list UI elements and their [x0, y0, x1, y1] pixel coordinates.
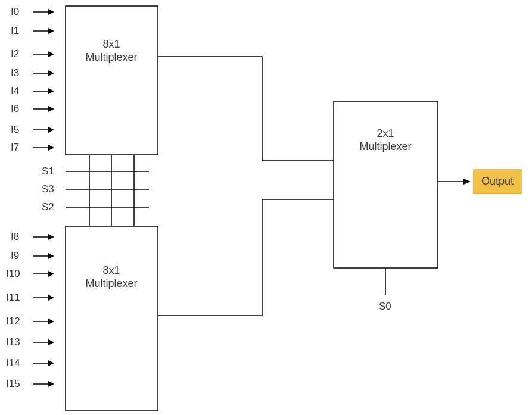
input-label: I2	[11, 48, 19, 60]
arrow-icon	[33, 271, 54, 277]
input-label: I4	[11, 85, 19, 96]
select-label: S2	[42, 201, 54, 213]
input-label: I6	[11, 103, 19, 114]
arrow-icon	[33, 319, 54, 324]
select-label: S1	[42, 166, 54, 177]
arrow-icon	[33, 28, 54, 34]
select-lines-shared: S1 S3 S2	[42, 155, 149, 226]
select-label: S3	[42, 183, 54, 195]
input-label: I13	[6, 336, 20, 348]
mux8-bottom-label-1: 8x1	[102, 264, 120, 276]
output-arrow	[438, 179, 471, 185]
mux2-label-2: Multiplexer	[359, 141, 411, 152]
input-label: I3	[11, 67, 19, 79]
arrow-icon	[33, 295, 54, 301]
input-label: I14	[6, 357, 20, 369]
arrow-icon	[33, 381, 54, 387]
mux8-bottom-label-2: Multiplexer	[85, 277, 137, 289]
arrow-icon	[33, 70, 54, 76]
mux8-top-label-2: Multiplexer	[85, 51, 137, 63]
arrow-icon	[33, 234, 54, 240]
arrow-icon	[33, 253, 54, 259]
select-s0-label: S0	[379, 301, 391, 312]
input-label: I9	[11, 250, 19, 261]
input-label: I7	[11, 142, 19, 153]
input-label: I1	[11, 25, 19, 36]
arrow-icon	[33, 88, 54, 94]
wire-bottom-to-mux2	[158, 199, 334, 316]
mux-diagram: 8x1 Multiplexer I0 I1 I2 I3 I4 I6 I5 I7 …	[0, 0, 532, 415]
input-label: I5	[11, 124, 19, 135]
input-label: I0	[11, 6, 19, 17]
mux8-top-box	[66, 6, 158, 155]
mux2-label-1: 2x1	[377, 127, 394, 139]
mux2-box	[334, 101, 438, 268]
input-label: I10	[6, 268, 20, 279]
arrow-icon	[33, 127, 54, 133]
arrow-icon	[33, 51, 54, 57]
arrow-icon	[33, 106, 54, 112]
input-label: I12	[6, 316, 20, 327]
arrow-icon	[33, 339, 54, 345]
wire-top-to-mux2	[158, 57, 334, 161]
mux8-top-inputs: I0 I1 I2 I3 I4 I6 I5 I7	[11, 6, 54, 153]
arrow-icon	[33, 360, 54, 366]
output-label: Output	[481, 175, 514, 187]
input-label: I11	[6, 292, 20, 303]
mux8-bottom-inputs: I8 I9 I10 I11 I12 I13 I14 I15	[6, 231, 54, 389]
input-label: I15	[6, 378, 20, 389]
mux8-bottom-box	[66, 226, 158, 411]
arrow-icon	[33, 9, 54, 15]
svg-marker-9	[463, 179, 471, 185]
mux8-top-label-1: 8x1	[102, 38, 120, 50]
input-label: I8	[11, 231, 19, 242]
arrow-icon	[33, 145, 54, 151]
